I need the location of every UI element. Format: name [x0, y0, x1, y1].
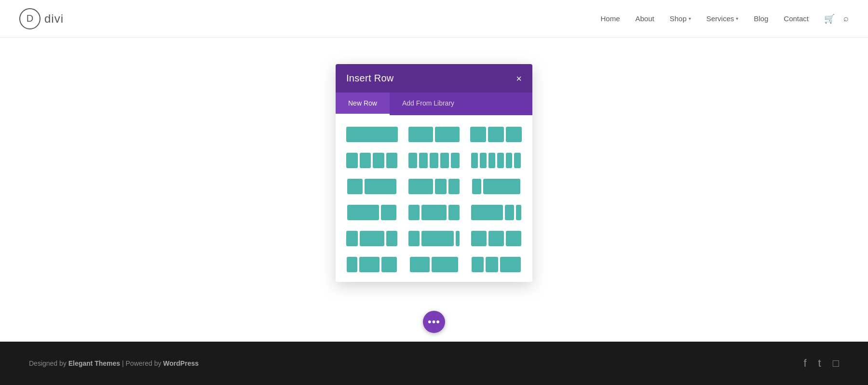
site-header: D divi Home About Shop ▾ Services ▾ Blog… — [0, 0, 868, 38]
footer-brand: Elegant Themes — [68, 359, 120, 367]
layout-v5-1[interactable] — [344, 228, 400, 249]
layout-v5-3[interactable] — [468, 228, 524, 249]
nav-item-shop[interactable]: Shop ▾ — [670, 14, 691, 23]
layout-1-3-2-3[interactable] — [344, 176, 400, 197]
cart-icon[interactable]: 🛒 — [824, 13, 835, 24]
chevron-down-icon: ▾ — [689, 16, 691, 21]
layout-row-3 — [344, 176, 524, 197]
modal-header: Insert Row × — [336, 64, 532, 93]
layout-v6-2[interactable] — [407, 254, 462, 275]
instagram-icon[interactable]: □ — [833, 357, 839, 370]
layout-row-5 — [344, 228, 524, 249]
logo[interactable]: D divi — [19, 8, 64, 29]
nav-item-about[interactable]: About — [635, 14, 654, 23]
footer-social-icons: f t □ — [803, 357, 839, 370]
layout-v6-1[interactable] — [344, 254, 400, 275]
insert-row-modal: Insert Row × New Row Add From Library — [336, 64, 532, 282]
layout-4col[interactable] — [344, 150, 400, 171]
tab-add-from-library[interactable]: Add From Library — [390, 93, 467, 115]
footer-bar: Designed by Elegant Themes | Powered by … — [0, 342, 868, 385]
nav-item-contact[interactable]: Contact — [784, 14, 809, 23]
modal-close-button[interactable]: × — [516, 74, 522, 83]
search-icon[interactable]: ⌕ — [843, 13, 849, 24]
layout-1col[interactable] — [344, 124, 400, 145]
nav-item-blog[interactable]: Blog — [754, 14, 768, 23]
layout-row-1 — [344, 124, 524, 145]
tab-new-row[interactable]: New Row — [336, 93, 390, 115]
main-nav: Home About Shop ▾ Services ▾ Blog Contac… — [600, 13, 849, 24]
nav-item-home[interactable]: Home — [600, 14, 620, 23]
layout-3col-equal[interactable] — [468, 124, 524, 145]
footer-brand2: WordPress — [163, 359, 199, 367]
chevron-down-icon: ▾ — [736, 16, 738, 21]
logo-circle: D — [19, 8, 41, 29]
logo-text: divi — [44, 12, 64, 26]
facebook-icon[interactable]: f — [803, 357, 806, 370]
bottom-fab-button[interactable]: ••• — [423, 311, 445, 333]
nav-icons: 🛒 ⌕ — [824, 13, 849, 24]
layout-row-6 — [344, 254, 524, 275]
layout-2-3-1-3-b[interactable] — [344, 202, 400, 223]
layout-2col-equal[interactable] — [407, 124, 462, 145]
layout-row-2 — [344, 150, 524, 171]
main-content: + Insert Row × New Row Add From Library — [0, 38, 868, 385]
layout-v6-3[interactable] — [468, 254, 524, 275]
modal-body — [336, 115, 532, 282]
layout-2-3-1-3[interactable] — [407, 176, 462, 197]
nav-item-services[interactable]: Services ▾ — [706, 14, 739, 23]
layout-5col[interactable] — [407, 150, 462, 171]
modal-tabs: New Row Add From Library — [336, 93, 532, 115]
modal-title: Insert Row — [346, 73, 394, 84]
twitter-icon[interactable]: t — [818, 357, 821, 370]
layout-grid — [344, 124, 524, 275]
layout-v5-2[interactable] — [407, 228, 462, 249]
layout-1-4-1-2-1-4[interactable] — [407, 202, 462, 223]
footer-credit: Designed by Elegant Themes | Powered by … — [29, 359, 199, 367]
layout-6col[interactable] — [468, 150, 524, 171]
layout-3-4-1-4[interactable] — [468, 202, 524, 223]
layout-row-4 — [344, 202, 524, 223]
layout-1-4-3-4[interactable] — [468, 176, 524, 197]
